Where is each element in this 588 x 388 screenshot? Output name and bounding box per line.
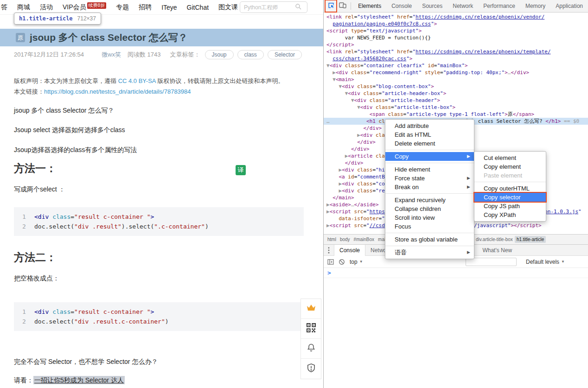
- search-input[interactable]: [244, 4, 295, 11]
- menu-item-delete-element[interactable]: Delete element: [385, 139, 474, 148]
- outro-paragraph: 完全不会写 Selector，也不想学 Selector 怎么办？: [14, 358, 301, 366]
- dom-tree-line[interactable]: ▼<div class="container clearfix" id="mai…: [326, 62, 588, 69]
- dom-tree-line[interactable]: var NEWS_FEED = function(){}: [326, 34, 588, 41]
- dom-tree-line[interactable]: pagination/paging-e040f0c7c8.css">: [326, 20, 588, 27]
- copyright-line: 版权声明：本文为博主原创文章，遵循 CC 4.0 BY-SA 版权协议，转载请附…: [14, 76, 306, 86]
- menu-item-expand-recursively[interactable]: Expand recursively: [385, 196, 474, 204]
- menu-item-copy-js-path[interactable]: Copy JS path: [474, 202, 546, 210]
- menu-item-edit-as-html[interactable]: Edit as HTML: [385, 130, 474, 139]
- menu-item-break-on[interactable]: Break on▶: [385, 183, 474, 191]
- log-levels-label: Default levels: [526, 259, 559, 265]
- devtools-tab-performance[interactable]: Performance: [478, 0, 520, 13]
- dom-tree-line[interactable]: ▼<main>: [326, 76, 588, 83]
- dom-tree-line[interactable]: css/chart-3456820cac.css">: [326, 55, 588, 62]
- submenu-arrow-icon: ▶: [467, 183, 470, 191]
- menu-item-store-as-global-variable[interactable]: Store as global variable: [385, 235, 474, 244]
- breadcrumb-item[interactable]: #mainBox: [352, 236, 376, 243]
- method2-note: 把空格改成点：: [14, 274, 301, 283]
- translate-badge[interactable]: 译: [236, 165, 246, 175]
- nav-item-mall[interactable]: 商城: [17, 3, 30, 12]
- dom-tree-line[interactable]: ▶<div class="recommend-right" style="pad…: [326, 69, 588, 76]
- search-box[interactable]: [240, 1, 307, 13]
- menu-item-add-attribute[interactable]: Add attribute: [385, 121, 474, 130]
- breadcrumb-item[interactable]: div.article-title-box: [474, 236, 515, 243]
- menu-item-focus[interactable]: Focus: [385, 222, 474, 231]
- nav-item-qa[interactable]: 答: [1, 3, 7, 12]
- read-count: 阅读数 1743: [128, 51, 161, 59]
- see-also-link[interactable]: 一招让你5秒成为 Selector 达人: [33, 376, 125, 384]
- dom-tree-line[interactable]: <span class="article-type type-1 float-l…: [326, 111, 588, 118]
- dom-tree-line[interactable]: ▼<div class="article-header">: [326, 97, 588, 104]
- dom-tree-line[interactable]: <script type="text/javascript">: [326, 27, 588, 34]
- menu-item-cut-element[interactable]: Cut element: [474, 153, 546, 162]
- nav-item-vip[interactable]: VIP会员续费8折: [63, 3, 106, 12]
- submenu-arrow-icon: ▶: [467, 174, 470, 183]
- console-prompt[interactable]: >: [324, 268, 588, 278]
- clear-console-icon[interactable]: [339, 259, 345, 265]
- nav-item-label: 答: [1, 3, 7, 11]
- menu-item-paste-element[interactable]: Paste element: [474, 171, 546, 180]
- devtools-tab-sources[interactable]: Sources: [417, 0, 447, 13]
- dom-tree-line[interactable]: ▼<div class="article-header-box">: [326, 90, 588, 97]
- nav-item-label: ITeye: [161, 4, 177, 11]
- notification-bell-button[interactable]: [301, 339, 321, 359]
- article-tag[interactable]: Selector: [268, 50, 302, 59]
- license-link[interactable]: CC 4.0 BY-SA: [118, 77, 156, 84]
- bell-icon: [307, 343, 316, 354]
- devtools-tab-console[interactable]: Console: [386, 0, 417, 13]
- breadcrumb-item[interactable]: h1.title-article: [515, 236, 546, 243]
- drawer-tab-whats-new[interactable]: What's New: [477, 245, 517, 256]
- report-shield-button[interactable]: [301, 359, 321, 379]
- nav-item-gitchat[interactable]: GitChat: [187, 4, 209, 11]
- nav-item-events[interactable]: 活动: [40, 3, 53, 12]
- code-block: 1<div class="result c-container ">2doc.s…: [14, 207, 304, 236]
- menu-item-collapse-children[interactable]: Collapse children: [385, 204, 474, 213]
- inspect-cursor-icon: [327, 2, 335, 11]
- dom-tree-line[interactable]: ▼<div class="blog-content-box">: [326, 83, 588, 90]
- dom-tree-line[interactable]: </script>: [326, 41, 588, 48]
- search-icon: [295, 3, 301, 11]
- code-text: doc.select("div .result.c-container"): [34, 317, 169, 326]
- menu-item-hide-element[interactable]: Hide element: [385, 165, 474, 174]
- menu-item-copy-xpath[interactable]: Copy XPath: [474, 210, 546, 219]
- console-sidebar-toggle-icon[interactable]: [327, 259, 334, 265]
- nav-item-jobs[interactable]: 招聘: [139, 3, 152, 12]
- element-dimensions-tooltip: h1.title-article 712×37: [14, 13, 101, 25]
- author-link[interactable]: 微wx笑: [102, 51, 121, 59]
- paragraph: Jsoup select 选择器如何选择多个class: [14, 126, 301, 134]
- menu-item-copy[interactable]: Copy▶: [385, 152, 474, 161]
- vip-crown-button[interactable]: [301, 299, 321, 319]
- breadcrumb-item[interactable]: html: [326, 236, 338, 243]
- line-number: 1: [14, 212, 34, 222]
- article-tag[interactable]: Jsoup: [205, 50, 234, 59]
- nav-item-label: VIP会员: [63, 3, 86, 11]
- nav-item-topics[interactable]: 专题: [116, 3, 129, 12]
- menu-item-copy-selector[interactable]: Copy selector: [474, 193, 546, 202]
- log-levels-selector[interactable]: Default levels▼: [526, 259, 565, 265]
- qr-code-button[interactable]: [301, 319, 321, 339]
- menu-item-speech[interactable]: 语音▶: [385, 248, 474, 257]
- article-tag[interactable]: class: [237, 50, 264, 59]
- menu-item-copy-element[interactable]: Copy element: [474, 162, 546, 171]
- dom-tree-line[interactable]: ▼<div class="article-title-box">: [326, 104, 588, 111]
- devtools-tab-network[interactable]: Network: [447, 0, 478, 13]
- breadcrumb-item[interactable]: body: [338, 236, 352, 243]
- devtools-tab-application[interactable]: Application: [550, 0, 588, 13]
- paragraph: Jsoup选择器选择的class有多个属性的写法: [14, 146, 301, 154]
- menu-item-copy-outerhtml[interactable]: Copy outerHTML: [474, 184, 546, 193]
- devtools-tab-memory[interactable]: Memory: [520, 0, 550, 13]
- inspect-element-button[interactable]: [326, 1, 335, 11]
- device-toolbar-button[interactable]: [338, 1, 347, 11]
- drawer-tab-console[interactable]: Console: [334, 245, 365, 256]
- execution-context-selector[interactable]: top▼: [350, 259, 363, 265]
- menu-item-force-state[interactable]: Force state▶: [385, 174, 474, 183]
- permalink-url[interactable]: https://blog.csdn.net/testcs_dn/article/…: [44, 88, 191, 95]
- dom-tree-line[interactable]: <link rel="stylesheet" href="https://csd…: [326, 48, 588, 55]
- drawer-menu-icon[interactable]: [324, 247, 334, 254]
- nav-item-courses[interactable]: 图文课: [218, 3, 238, 12]
- menu-item-scroll-into-view[interactable]: Scroll into view: [385, 213, 474, 222]
- nav-item-iteye[interactable]: ITeye: [161, 4, 177, 11]
- code-text: doc.select("div .result").select(".c-con…: [34, 222, 209, 231]
- dom-tree-line[interactable]: <link rel="stylesheet" href="https://csd…: [326, 13, 588, 20]
- devtools-tab-elements[interactable]: Elements: [353, 0, 386, 13]
